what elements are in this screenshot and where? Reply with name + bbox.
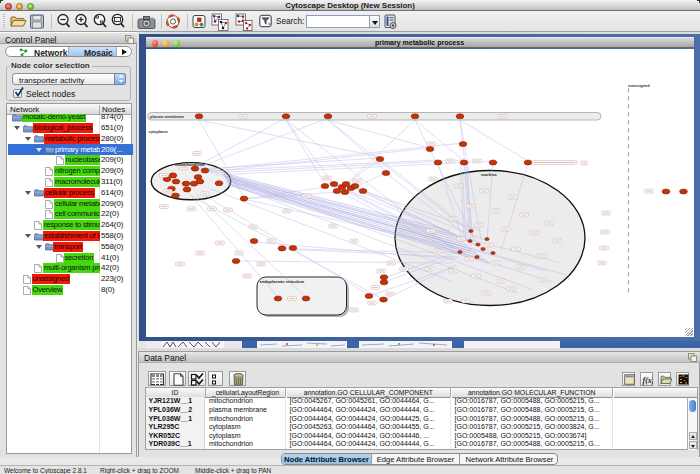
svg-text:plasma membrane: plasma membrane [150,113,185,118]
svg-text:cytoplasm: cytoplasm [148,129,168,134]
svg-text:endoplasmic reticulum: endoplasmic reticulum [259,278,304,283]
svg-text:unassigned: unassigned [628,83,650,88]
svg-text:f(x): f(x) [642,376,653,385]
svg-text:nucleus: nucleus [481,171,497,176]
svg-text:mitochondrion: mitochondrion [175,161,205,166]
